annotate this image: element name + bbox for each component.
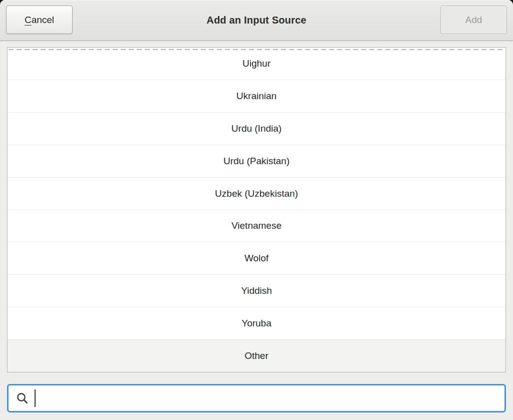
list-item-label: Other — [244, 350, 269, 361]
search-input[interactable] — [36, 385, 504, 411]
list-item-label: Ukrainian — [236, 91, 277, 102]
header-bar: Add an Input Source Cancel Add — [0, 0, 513, 41]
list-item-label: Uzbek (Uzbekistan) — [215, 188, 298, 199]
cancel-button[interactable]: Cancel — [6, 6, 73, 34]
list-item-label: Vietnamese — [231, 220, 282, 231]
search-icon — [16, 391, 29, 405]
scroll-undershoot-indicator — [9, 49, 504, 50]
list-item[interactable]: Yoruba — [8, 307, 505, 339]
list-item-label: Urdu (India) — [231, 123, 282, 134]
list-item[interactable]: Urdu (Pakistan) — [8, 145, 505, 177]
add-button[interactable]: Add — [440, 6, 507, 34]
add-button-label: Add — [465, 15, 482, 26]
cancel-button-label: Cancel — [25, 15, 54, 26]
list-item[interactable]: Uzbek (Uzbekistan) — [8, 177, 505, 210]
input-source-list-frame: UighurUkrainianUrdu (India)Urdu (Pakista… — [7, 47, 506, 372]
dialog-title: Add an Input Source — [80, 0, 433, 41]
list-item-label: Urdu (Pakistan) — [223, 156, 290, 167]
list-item[interactable]: Yiddish — [8, 274, 505, 307]
list-item-label: Yiddish — [241, 285, 272, 296]
list-item[interactable]: Vietnamese — [8, 210, 505, 242]
list-item[interactable]: Urdu (India) — [8, 112, 505, 145]
list-item-label: Wolof — [244, 253, 269, 264]
search-field[interactable] — [7, 384, 506, 412]
input-source-list: UighurUkrainianUrdu (India)Urdu (Pakista… — [8, 48, 505, 372]
list-item[interactable]: Wolof — [8, 242, 505, 274]
list-item[interactable]: Uighur — [8, 48, 505, 80]
list-item[interactable]: Ukrainian — [8, 80, 505, 112]
list-item[interactable]: Other — [8, 339, 505, 372]
add-input-source-dialog: Add an Input Source Cancel Add UighurUkr… — [0, 0, 513, 420]
list-item-label: Yoruba — [241, 318, 272, 329]
list-item-label: Uighur — [242, 58, 271, 69]
